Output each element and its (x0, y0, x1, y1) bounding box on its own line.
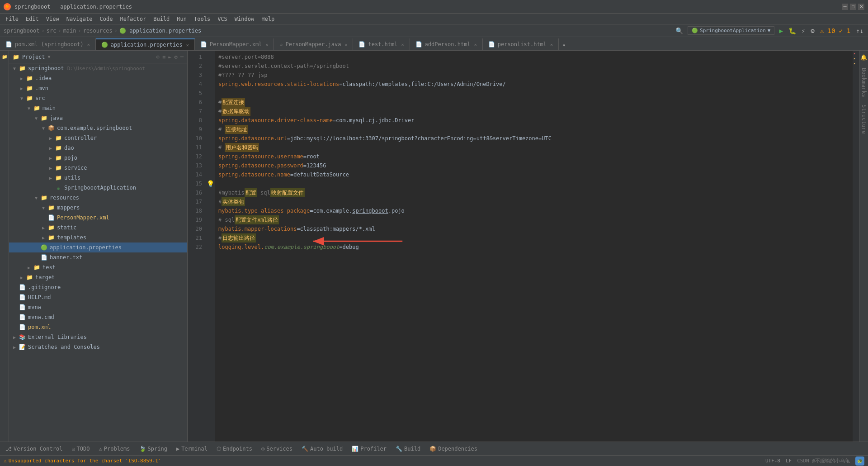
sidebar-collapse-icon[interactable]: ⇤ (168, 54, 171, 60)
tab-application-properties[interactable]: 🟢 application.properties ✕ (96, 38, 195, 50)
breadcrumb-project[interactable]: springbooot (4, 28, 39, 34)
tree-java[interactable]: ▼ 📁 java (9, 113, 187, 123)
bookmarks-panel[interactable]: Bookmarks (859, 66, 868, 99)
tree-service[interactable]: ▶ 📁 service (9, 163, 187, 173)
menu-view[interactable]: View (42, 15, 63, 23)
status-encoding[interactable]: UTF-8 (765, 458, 780, 464)
debug-button[interactable]: 🐛 (788, 26, 797, 35)
search-everywhere-icon[interactable]: 🔍 (675, 26, 684, 35)
menu-run[interactable]: Run (173, 15, 190, 23)
tree-static[interactable]: ▶ 📁 static (9, 223, 187, 233)
structure-panel[interactable]: Structure (859, 103, 868, 136)
tree-person-mapper-xml[interactable]: 📄 PersonMapper.xml (9, 213, 187, 223)
menu-build[interactable]: Build (150, 15, 173, 23)
maximize-button[interactable]: □ (850, 4, 856, 10)
tree-mvn[interactable]: ▶ 📁 .mvn (9, 83, 187, 93)
project-icon[interactable]: 📁 (0, 52, 9, 61)
bt-todo[interactable]: ☑ TODO (68, 445, 93, 453)
bt-terminal[interactable]: ▶ Terminal (173, 445, 211, 453)
sidebar-minimize-icon[interactable]: ─ (180, 54, 184, 60)
breadcrumb-main[interactable]: main (63, 28, 76, 34)
tree-external-libs[interactable]: ▶ 📚 External Libraries (9, 332, 187, 342)
bulb-icon[interactable]: 💡 (207, 180, 214, 187)
tab-test-html-close[interactable]: ✕ (401, 42, 404, 47)
breadcrumb-src[interactable]: src (47, 28, 57, 34)
sidebar-locate-icon[interactable]: ⊙ (156, 54, 160, 60)
menu-file[interactable]: File (2, 15, 22, 23)
tab-person-mapper-xml-close[interactable]: ✕ (265, 42, 268, 47)
tree-spring-app[interactable]: ☕ SpringboootApplication (9, 183, 187, 193)
tree-help-md[interactable]: 📄 HELP.md (9, 292, 187, 302)
tree-mappers[interactable]: ▼ 📁 mappers (9, 203, 187, 213)
menu-vcs[interactable]: VCS (214, 15, 231, 23)
tree-resources[interactable]: ▼ 📁 resources (9, 193, 187, 203)
run-configuration[interactable]: 🟢 SpringboootApplication ▼ (688, 26, 774, 35)
tree-utils[interactable]: ▶ 📁 utils (9, 173, 187, 183)
tree-mvnw[interactable]: 📄 mvnw (9, 302, 187, 312)
bt-auto-build[interactable]: 🔨 Auto-build (298, 445, 346, 453)
tree-app-properties[interactable]: 🟢 application.properties (9, 243, 187, 252)
sidebar-sort-icon[interactable]: ≡ (162, 54, 165, 60)
status-line-ending[interactable]: LF (786, 458, 792, 464)
tree-package[interactable]: ▼ 📦 com.example.springbooot (9, 123, 187, 133)
tree-gitignore[interactable]: 📄 .gitignore (9, 282, 187, 292)
breadcrumb-resources[interactable]: resources (83, 28, 113, 34)
tab-addperson-html-close[interactable]: ✕ (474, 42, 477, 47)
status-warning-message[interactable]: ⚠ Unsupported characters for the charset… (4, 458, 161, 464)
tree-templates[interactable]: ▶ 📁 templates (9, 233, 187, 243)
tree-idea[interactable]: ▶ 📁 .idea (9, 73, 187, 83)
run-button[interactable]: ▶ (778, 26, 783, 35)
expand-icon[interactable]: ↑↓ (855, 26, 864, 35)
tree-main[interactable]: ▼ 📁 main (9, 103, 187, 113)
tab-person-mapper-xml[interactable]: 📄 PersonMapper.xml ✕ (195, 38, 274, 50)
bt-build[interactable]: 🔧 Build (392, 445, 424, 453)
menu-help[interactable]: Help (258, 15, 278, 23)
tree-mvnw-cmd[interactable]: 📄 mvnw.cmd (9, 312, 187, 322)
tree-banner-txt[interactable]: 📄 banner.txt (9, 252, 187, 262)
dependencies-icon: 📦 (429, 446, 436, 452)
menu-window[interactable]: Window (231, 15, 258, 23)
tab-person-mapper-java-close[interactable]: ✕ (344, 42, 347, 47)
sidebar-settings-icon[interactable]: ⚙ (175, 54, 178, 60)
code-area[interactable]: #server.port=8088 #server.servlet.contex… (215, 51, 853, 442)
tree-test[interactable]: ▶ 📁 test (9, 262, 187, 272)
tree-dao[interactable]: ▶ 📁 dao (9, 143, 187, 153)
breadcrumb-file[interactable]: 🟢 application.properties (119, 28, 201, 34)
bt-services[interactable]: ⚙ Services (258, 445, 296, 453)
tab-addperson-html[interactable]: 📄 addPerson.html ✕ (410, 38, 483, 50)
settings-icon[interactable]: ⚙ (810, 26, 815, 35)
bt-spring[interactable]: 🍃 Spring (136, 445, 171, 453)
bt-dependencies[interactable]: 📦 Dependencies (426, 445, 481, 453)
right-scrollbar[interactable]: ▸ ▸ ▸ (853, 51, 859, 442)
notifications-icon[interactable]: 🔔 (859, 52, 868, 62)
tab-person-mapper-java[interactable]: ☕ PersonMapper.java ✕ (274, 38, 353, 50)
tree-pom-xml[interactable]: 📄 pom.xml (9, 322, 187, 332)
close-button[interactable]: ✕ (858, 4, 864, 10)
tree-controller[interactable]: ▶ 📁 controller (9, 133, 187, 143)
bt-version-control[interactable]: ⎇ Version Control (2, 445, 66, 453)
bt-profiler[interactable]: 📊 Profiler (348, 445, 390, 453)
tab-pom-close[interactable]: ✕ (87, 42, 90, 47)
menu-refactor[interactable]: Refactor (116, 15, 150, 23)
menu-navigate[interactable]: Navigate (63, 15, 96, 23)
tab-pom-xml[interactable]: 📄 pom.xml (springbooot) ✕ (0, 38, 96, 50)
tab-more-button[interactable]: ▾ (559, 40, 569, 50)
menu-edit[interactable]: Edit (22, 15, 42, 23)
coverage-button[interactable]: ⚡ (801, 26, 806, 35)
menu-code[interactable]: Code (96, 15, 117, 23)
bt-problems[interactable]: ⚠ Problems (95, 445, 134, 453)
window-controls[interactable]: ─ □ ✕ (842, 4, 864, 10)
tree-target[interactable]: ▶ 📁 target (9, 272, 187, 282)
tab-test-html[interactable]: 📄 test.html ✕ (353, 38, 410, 50)
tab-personlist-html-close[interactable]: ✕ (550, 42, 553, 47)
alerts-badge[interactable]: ⚠ 10 ✓ 1 (819, 26, 851, 35)
minimize-button[interactable]: ─ (842, 4, 848, 10)
tab-app-prop-close[interactable]: ✕ (186, 43, 189, 48)
tree-scratches[interactable]: ▶ 📝 Scratches and Consoles (9, 342, 187, 352)
tree-root[interactable]: ▼ 📁 springbooot D:\Users\Admin\springboo… (9, 63, 187, 73)
tab-personlist-html[interactable]: 📄 personlist.html ✕ (483, 38, 559, 50)
bt-endpoints[interactable]: ⬡ Endpoints (213, 445, 256, 453)
menu-tools[interactable]: Tools (190, 15, 214, 23)
tree-src[interactable]: ▼ 📁 src (9, 93, 187, 103)
tree-pojo[interactable]: ▶ 📁 pojo (9, 153, 187, 163)
